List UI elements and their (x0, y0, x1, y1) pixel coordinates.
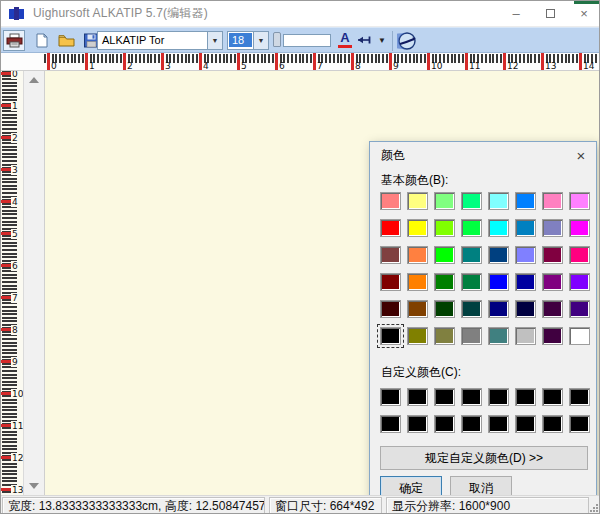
color-swatch[interactable] (407, 300, 428, 318)
zoom-value-box[interactable] (283, 34, 331, 47)
print-button[interactable] (3, 30, 25, 51)
color-swatch[interactable] (488, 246, 509, 264)
color-swatch[interactable] (380, 300, 401, 318)
status-screen-resolution: 显示分辨率: 1600*900 (386, 497, 589, 514)
maximize-button[interactable] (533, 1, 567, 27)
color-swatch[interactable] (569, 246, 590, 264)
color-swatch[interactable] (542, 415, 563, 433)
ruler-major-tick (313, 53, 316, 70)
color-swatch[interactable] (461, 415, 482, 433)
font-family-dropdown-icon[interactable]: ▼ (207, 32, 222, 49)
color-swatch[interactable] (515, 327, 536, 345)
color-swatch[interactable] (488, 219, 509, 237)
font-size-dropdown-icon[interactable]: ▼ (253, 32, 268, 49)
close-button[interactable]: × (567, 1, 600, 27)
ruler-number: 5 (241, 61, 247, 71)
color-swatch[interactable] (569, 300, 590, 318)
color-swatch[interactable] (515, 273, 536, 291)
font-color-button[interactable]: A (336, 31, 354, 50)
color-swatch[interactable] (380, 219, 401, 237)
ruler-number: 1 (11, 101, 19, 111)
color-swatch[interactable] (434, 273, 455, 291)
color-swatch[interactable] (407, 388, 428, 406)
color-swatch[interactable] (488, 388, 509, 406)
color-swatch[interactable] (380, 388, 401, 406)
color-swatch[interactable] (461, 273, 482, 291)
color-swatch[interactable] (434, 192, 455, 210)
color-swatch[interactable] (515, 388, 536, 406)
color-dialog: 颜色 × 基本颜色(B): 自定义颜色(C): 规定自定义颜色(D) >> 确定… (369, 141, 597, 508)
color-swatch[interactable] (434, 415, 455, 433)
color-swatch[interactable] (542, 327, 563, 345)
color-swatch[interactable] (434, 219, 455, 237)
color-swatch[interactable] (407, 415, 428, 433)
color-swatch[interactable] (461, 388, 482, 406)
color-swatch[interactable] (569, 219, 590, 237)
window-title: Uighursoft ALKATIP 5.7(编辑器) (33, 5, 208, 22)
scroll-down-icon[interactable] (29, 483, 39, 489)
color-swatch[interactable] (542, 219, 563, 237)
color-swatch[interactable] (488, 415, 509, 433)
zoom-slider-thumb[interactable] (273, 32, 281, 47)
color-swatch[interactable] (380, 327, 401, 345)
color-swatch[interactable] (407, 273, 428, 291)
ruler-number: 4 (203, 61, 209, 71)
color-swatch[interactable] (461, 300, 482, 318)
maximize-icon (546, 9, 555, 18)
help-globe-button[interactable] (397, 31, 417, 51)
color-swatch[interactable] (461, 327, 482, 345)
scroll-up-icon[interactable] (29, 77, 39, 83)
color-swatch[interactable] (461, 219, 482, 237)
ruler-major-tick (351, 53, 354, 70)
font-size-combobox[interactable]: 18 ▼ (227, 31, 269, 50)
color-swatch[interactable] (569, 415, 590, 433)
color-swatch[interactable] (380, 273, 401, 291)
color-swatch[interactable] (542, 273, 563, 291)
color-swatch[interactable] (569, 327, 590, 345)
resize-grip[interactable] (589, 503, 599, 513)
color-swatch[interactable] (569, 273, 590, 291)
new-document-button[interactable] (33, 30, 50, 51)
dialog-close-button[interactable]: × (566, 142, 596, 168)
color-swatch[interactable] (380, 246, 401, 264)
color-swatch[interactable] (380, 192, 401, 210)
color-swatch[interactable] (488, 300, 509, 318)
color-swatch[interactable] (407, 192, 428, 210)
ruler-major-tick (85, 53, 88, 70)
text-direction-button[interactable] (356, 33, 372, 48)
minimize-button[interactable]: – (499, 1, 533, 27)
direction-dropdown-button[interactable]: ▼ (375, 36, 389, 46)
color-swatch[interactable] (569, 388, 590, 406)
color-swatch[interactable] (515, 192, 536, 210)
color-swatch[interactable] (515, 415, 536, 433)
color-swatch[interactable] (434, 246, 455, 264)
color-swatch[interactable] (515, 246, 536, 264)
color-dialog-titlebar[interactable]: 颜色 × (370, 142, 596, 168)
vertical-scrollbar[interactable] (23, 71, 45, 495)
main-area: 012345678910111213 颜色 × 基本颜色(B): 自定义颜色(C… (1, 71, 600, 495)
color-swatch[interactable] (515, 300, 536, 318)
color-swatch[interactable] (407, 219, 428, 237)
color-swatch[interactable] (542, 192, 563, 210)
background-window-sliver (574, 1, 599, 4)
color-swatch[interactable] (380, 415, 401, 433)
color-swatch[interactable] (542, 300, 563, 318)
color-swatch[interactable] (569, 192, 590, 210)
define-custom-colors-button[interactable]: 规定自定义颜色(D) >> (380, 446, 588, 470)
color-swatch[interactable] (434, 327, 455, 345)
color-swatch[interactable] (461, 192, 482, 210)
color-swatch[interactable] (461, 246, 482, 264)
color-swatch[interactable] (488, 273, 509, 291)
color-swatch[interactable] (488, 192, 509, 210)
color-swatch[interactable] (434, 300, 455, 318)
color-swatch[interactable] (434, 388, 455, 406)
color-swatch[interactable] (515, 219, 536, 237)
color-swatch[interactable] (407, 246, 428, 264)
color-swatch[interactable] (488, 327, 509, 345)
globe-icon (397, 31, 417, 51)
color-swatch[interactable] (542, 388, 563, 406)
color-swatch[interactable] (542, 246, 563, 264)
font-family-combobox[interactable]: ALKATIP Tor ▼ (97, 31, 223, 50)
color-swatch[interactable] (407, 327, 428, 345)
open-file-button[interactable] (58, 30, 75, 51)
